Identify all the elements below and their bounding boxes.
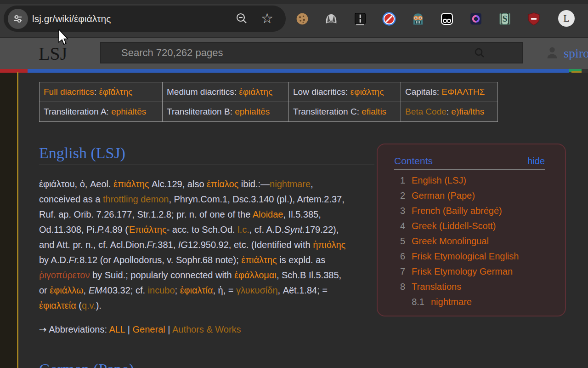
toc-link[interactable]: nightmare [431,294,472,310]
site-settings-icon[interactable] [8,9,28,29]
text-link[interactable]: nightmare [270,179,311,189]
toc-link[interactable]: French (Bailly abrégé) [412,203,502,218]
header-divider-bar [0,69,588,73]
text-link[interactable]: l.c. [237,224,249,235]
user-account[interactable]: spiro [544,45,588,62]
svg-text:S: S [503,14,507,23]
content-blocker-icon[interactable] [381,11,397,27]
text-span: Od.11.308, Pi. [39,224,97,235]
cookie-icon[interactable] [294,11,311,27]
text-link[interactable]: ἐφιαλτία [180,285,213,295]
text-link[interactable]: Authors & Works [172,324,241,334]
zoom-out-icon[interactable] [235,12,249,27]
toc-link[interactable]: Greek (Liddell-Scott) [412,218,496,234]
entry-line: Od.11.308, Pi.P.4.89 (Ἐπιάλτης- acc. to … [39,222,380,237]
adguard-shield-icon[interactable] [526,11,542,27]
entry-line: ἐφιαλτεία (q.v.). [39,298,380,313]
contents-header: Contents hide [394,155,545,170]
toc-number: 7 [394,264,405,279]
toc-link[interactable]: German (Pape) [412,188,475,203]
profile-avatar[interactable]: L [558,10,575,27]
text-span: ⇢ Abbreviations: [39,324,109,334]
table-cell: Beta Code: e)fia/lths [401,102,498,122]
text-link[interactable]: q.v. [82,300,96,310]
text-span: : [94,87,99,97]
toc-item: 6Frisk Etymological English [394,249,545,264]
section-heading-german: German (Pape) [39,360,374,368]
text-link[interactable]: ephiáltēs [111,107,146,116]
contents-box: Contents hide 1English (LSJ)2German (Pap… [377,144,566,316]
site-search-input[interactable]: Search 720,262 pages [100,42,523,63]
abbreviations-line: ⇢ Abbreviations: ALL | General | Authors… [39,324,241,335]
text-link[interactable]: incubo [148,285,175,295]
text-link[interactable]: ἐπιάλτης [113,179,149,189]
entry-line: Ruf. ap. Orib. 7.26.177, Str.1.2.8; pr. … [39,207,380,222]
text-link[interactable]: ἐφῐᾰ́λτης [99,87,132,97]
text-span: ἐφιάλτου, ὁ, Aeol. [39,179,113,189]
text-span: Capitals: [405,87,441,97]
text-link[interactable]: ἐφάλλομαι [234,270,277,280]
text-link[interactable]: ἐφιαλτεία [39,300,76,310]
text-link[interactable]: ἐπιάλτης [241,255,277,265]
text-link[interactable]: ἠπιόλης [313,240,345,250]
text-span: ). [96,300,102,310]
text-link[interactable]: Beta Code [405,107,447,116]
contents-hide-link[interactable]: hide [527,156,545,167]
bookmark-star-icon[interactable]: ☆ [261,9,273,28]
text-link[interactable]: efialtis [362,107,386,116]
site-header: LSJ Search 720,262 pages spiro [0,37,588,69]
address-bar[interactable]: lsj.gr/wiki/ἐφιάλτης ☆ [4,6,286,32]
toc-link[interactable]: Frisk Etymology German [412,264,513,279]
text-link[interactable]: εφιάλτης [351,87,384,97]
search-icon[interactable] [473,46,486,61]
contents-title: Contents [394,155,433,167]
toc-link[interactable]: Greek Monolingual [412,234,489,249]
privacy-badger-icon[interactable] [323,11,339,27]
text-span: is expld. as [277,255,326,265]
page-left-margin [0,73,17,368]
toc-number: 5 [394,234,405,249]
mask-icon[interactable] [439,11,455,27]
text-link[interactable]: General [133,324,165,334]
divider-blue-segment [28,69,569,73]
text-link[interactable]: Full diacritics [44,87,94,97]
text-span: 403.32; cf. [102,285,148,295]
toc-number: 1 [394,173,405,188]
text-link[interactable]: e)fia/lths [451,107,484,116]
text-link[interactable]: γλυκυσίδη [236,285,277,295]
toc-link[interactable]: English (LSJ) [412,173,466,188]
url-text[interactable]: lsj.gr/wiki/ἐφιάλτης [32,6,111,32]
text-span: , [311,179,313,189]
text-link[interactable]: ephialtēs [235,107,270,116]
entry-line: conceived as a throttling demon, Phryn.C… [39,192,380,207]
robot-goggles-icon[interactable] [410,11,426,27]
text-link[interactable]: Aloidae [253,209,283,219]
keyboard-key-icon[interactable] [352,11,368,27]
lsj-entry-text: ἐφιάλτου, ὁ, Aeol. ἐπιάλτης Alc.129, als… [39,177,380,313]
toc-number: 8.1 [408,294,424,310]
text-span: : [447,107,452,116]
username-link[interactable]: spiro [564,46,588,61]
toc-link[interactable]: Translations [412,279,461,294]
stylus-icon[interactable]: S [497,11,513,27]
divider-red-segment [0,69,28,73]
toc-link[interactable]: Frisk Etymological English [412,249,519,264]
text-link[interactable]: ἐφιάλλω [50,285,83,295]
entry-line: by A.D.Fr.8.12 (or Apollodorus, v. Sophr… [39,253,380,268]
toc-number: 4 [394,218,405,234]
text-span: Synt. [284,224,305,235]
table-row: Full diacritics: ἐφῐᾰ́λτηςMedium diacrit… [40,82,498,102]
text-link[interactable]: ἐφιάλτης [239,87,272,97]
text-link[interactable]: throttling demon [103,194,169,204]
orbit-ring-icon[interactable] [468,11,484,27]
text-span: or [39,285,50,295]
text-span: , Phryn.Com.1, Dsc.3.140 (pl.), Artem.2.… [169,194,344,204]
text-link[interactable]: ΕΦΙΑΛΤΗΣ [441,87,485,97]
text-link[interactable]: ἐπίαλος [207,179,238,189]
text-link[interactable]: Ἐπιάλτης [128,224,167,235]
table-cell: Low diacritics: εφιάλτης [289,82,401,102]
text-link[interactable]: ῥιγοπύρετον [39,270,90,280]
text-link[interactable]: ALL [109,324,125,334]
text-span: conceived as a [39,194,103,204]
text-span: ( [76,300,82,310]
